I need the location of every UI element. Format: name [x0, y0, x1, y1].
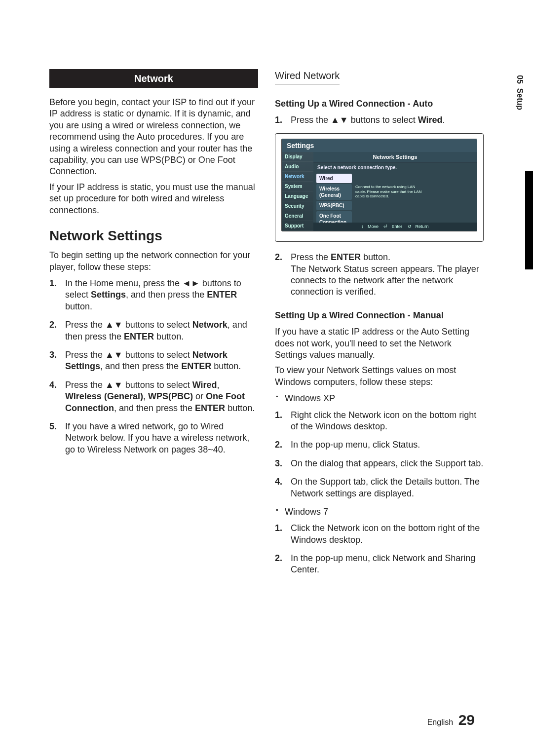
foot-enter-icon: ⏎ [383, 224, 387, 229]
t: ENTER [124, 332, 154, 341]
menu-network: Network [282, 172, 313, 182]
winxp-bullet: Windows XP [275, 393, 484, 404]
network-band: Network [49, 69, 258, 88]
win7-steps: Click the Network icon on the bottom rig… [275, 523, 484, 576]
t: Press the ▲▼ buttons to select [291, 115, 418, 125]
t: , and then press the [100, 361, 181, 371]
page-footer: English 29 [427, 712, 475, 728]
t: Network [192, 320, 228, 330]
w7-step-1: Click the Network icon on the bottom rig… [275, 523, 484, 546]
t: , and then press the [126, 290, 207, 300]
left-para-1: Before you begin, contact your ISP to fi… [49, 97, 258, 178]
menu-system: System [282, 182, 313, 191]
side-chapter-label: 05 Setup [515, 72, 528, 110]
t: or [193, 391, 206, 401]
left-para-3: To begin setting up the network connecti… [49, 250, 258, 273]
left-column: Network Before you begin, contact your I… [49, 69, 258, 583]
settings-right-pane: Network Settings Select a network connec… [313, 152, 477, 231]
footer-pagenum: 29 [458, 712, 475, 728]
settings-screenshot: Settings Display Audio Network System La… [275, 133, 484, 242]
w7-step-2: In the pop-up menu, click Network and Sh… [275, 553, 484, 576]
footer-lang: English [427, 718, 453, 726]
t: Press the ▲▼ buttons to select [65, 320, 192, 330]
step-5: If you have a wired network, go to Wired… [49, 421, 258, 455]
t: Settings [91, 290, 126, 300]
t: . [443, 115, 445, 125]
foot-move: Move [368, 224, 379, 229]
side-title: Setup [516, 88, 524, 110]
t: Wired [192, 380, 217, 390]
auto-steps-list-2: Press the ENTER button. The Network Stat… [275, 252, 484, 298]
side-chapter: 05 [516, 75, 524, 84]
menu-language: Language [282, 191, 313, 201]
opt-wireless: Wireless (General) [316, 184, 352, 200]
wired-network-heading: Wired Network [275, 69, 340, 84]
menu-support: Support [282, 221, 313, 231]
t: The Network Status screen appears. The p… [291, 264, 479, 297]
xp-step-4: On the Support tab, click the Details bu… [275, 476, 484, 499]
auto-step-1: Press the ▲▼ buttons to select Wired. [275, 114, 484, 126]
t: ENTER [331, 252, 361, 262]
foot-return-icon: ↺ [408, 224, 412, 229]
setup-steps-list: In the Home menu, press the ◄► buttons t… [49, 278, 258, 455]
t: button. [211, 361, 241, 371]
step-3: Press the ▲▼ buttons to select Network S… [49, 349, 258, 373]
foot-move-icon: ↕ [361, 224, 364, 229]
t: ENTER [181, 361, 211, 371]
win7-bullet: Windows 7 [275, 506, 484, 518]
opt-wpspbc: WPS(PBC) [316, 201, 352, 210]
step-1: In the Home menu, press the ◄► buttons t… [49, 278, 258, 312]
t: button. [154, 332, 184, 341]
opt-wired: Wired [316, 174, 352, 183]
pane-hint: Connect to the network using LAN cable. … [355, 185, 424, 199]
step-2: Press the ▲▼ buttons to select Network, … [49, 319, 258, 342]
t: ENTER [207, 290, 237, 300]
menu-display: Display [282, 152, 313, 162]
t: Press the [291, 252, 331, 262]
left-para-2: If your IP address is static, you must u… [49, 182, 258, 216]
auto-step-2: Press the ENTER button. The Network Stat… [275, 252, 484, 298]
pane-title: Network Settings [313, 152, 477, 162]
t: Press the ▲▼ buttons to select [65, 380, 192, 390]
side-black-tab [525, 171, 533, 269]
settings-side-menu: Display Audio Network System Language Se… [282, 152, 313, 231]
menu-audio: Audio [282, 162, 313, 172]
manual-para-1: If you have a static IP address or the A… [275, 326, 484, 361]
settings-body: Display Audio Network System Language Se… [282, 152, 477, 231]
manual-heading: Setting Up a Wired Connection - Manual [275, 310, 484, 321]
auto-heading: Setting Up a Wired Connection - Auto [275, 98, 484, 110]
t: Wireless (General) [65, 391, 143, 401]
winxp-steps: Right click the Network icon on the bott… [275, 410, 484, 576]
xp-step-3: On the dialog that appears, click the Su… [275, 458, 484, 469]
network-settings-heading: Network Settings [49, 227, 258, 245]
settings-titlebar: Settings [282, 139, 477, 152]
menu-security: Security [282, 201, 313, 211]
content-columns: Network Before you begin, contact your I… [49, 69, 484, 583]
pane-subtitle: Select a network connection type. [313, 162, 477, 173]
manual-para-2: To view your Network Settings values on … [275, 365, 484, 388]
auto-steps-list-1: Press the ▲▼ buttons to select Wired. [275, 114, 484, 126]
t: , and then press the [114, 403, 195, 413]
t: button. [65, 302, 92, 311]
menu-general: General [282, 211, 313, 221]
t: Press the ▲▼ buttons to select [65, 350, 192, 360]
settings-window: Settings Display Audio Network System La… [281, 139, 477, 231]
t: button. [361, 252, 390, 262]
winxp-label: Windows XP [275, 393, 484, 404]
foot-return: Return [416, 224, 429, 229]
t: , [217, 380, 220, 390]
t: , [143, 391, 148, 401]
side-tab: 05 Setup [515, 72, 533, 279]
win7-label: Windows 7 [275, 506, 484, 518]
t: ENTER [195, 403, 225, 413]
foot-enter: Enter [391, 224, 402, 229]
xp-step-1: Right click the Network icon on the bott… [275, 410, 484, 433]
xp-step-2: In the pop-up menu, click Status. [275, 439, 484, 451]
t: WPS(PBC) [148, 391, 193, 401]
pane-footer: ↕Move ⏎Enter ↺Return [313, 223, 477, 231]
step-4: Press the ▲▼ buttons to select Wired, Wi… [49, 379, 258, 414]
right-column: Wired Network Setting Up a Wired Connect… [275, 69, 484, 583]
t: Wired [418, 115, 443, 125]
page: 05 Setup Network Before you begin, conta… [0, 0, 533, 756]
t: button. [225, 403, 255, 413]
